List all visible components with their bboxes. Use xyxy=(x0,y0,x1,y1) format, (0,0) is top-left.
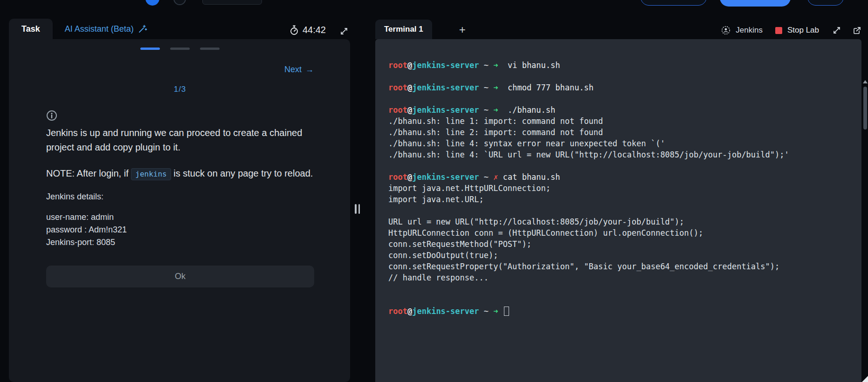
scrollbar-thumb[interactable] xyxy=(863,87,867,130)
page-indicator: 1/3 xyxy=(46,85,314,94)
magic-wand-icon xyxy=(138,24,147,34)
tab-ai-label: AI Assistant (Beta) xyxy=(65,24,134,34)
terminal-text: root xyxy=(388,61,407,70)
next-label: Next xyxy=(284,65,302,75)
terminal-text: ~ xyxy=(479,307,494,316)
terminal-line xyxy=(388,71,848,82)
header-search-input[interactable] xyxy=(202,0,262,5)
terminal-text: ~ xyxy=(479,83,494,92)
jenkins-username: user-name: admin xyxy=(46,211,314,224)
terminal-line: ./bhanu.sh: line 4: `URL url = new URL("… xyxy=(388,149,848,160)
terminal-text: cat bhanu.sh xyxy=(498,172,560,182)
terminal-line: root@jenkins-server ~ ✗ cat bhanu.sh xyxy=(388,171,848,183)
terminal-text: vi bhanu.sh xyxy=(498,61,560,70)
resize-grip[interactable] xyxy=(862,376,868,382)
note-code-chip: jenkins xyxy=(131,168,171,180)
terminal-text: ./bhanu.sh: line 4: `URL url = new URL("… xyxy=(388,150,789,159)
terminal-text: import java.net.URL; xyxy=(388,195,484,204)
open-in-new-icon xyxy=(853,26,861,35)
terminal-line: ./bhanu.sh: line 2: import: command not … xyxy=(388,127,848,138)
stop-lab-button[interactable]: Stop Lab xyxy=(787,26,819,35)
terminal-cursor xyxy=(504,307,509,316)
header-primary-button[interactable] xyxy=(720,0,791,7)
terminal-line: conn.setRequestMethod("POST"); xyxy=(388,239,848,250)
note-suffix: is stuck on any page try to reload. xyxy=(171,168,313,178)
task-panel: Next → 1/3 Jenkins is up and running we … xyxy=(9,39,350,382)
expand-icon xyxy=(340,27,348,35)
timer-value: 44:42 xyxy=(303,25,326,35)
terminal-line xyxy=(388,160,848,171)
panel-resize-handle[interactable] xyxy=(355,204,360,214)
jenkins-password: password : Adm!n321 xyxy=(46,224,314,236)
terminal-text: @ xyxy=(407,105,412,115)
header-outline-button-2[interactable] xyxy=(807,0,844,6)
terminal-text: URL url = new URL("http://localhost:8085… xyxy=(388,217,684,226)
terminal-line: HttpURLConnection conn = (HttpURLConnect… xyxy=(388,227,848,239)
terminal-line: root@jenkins-server ~ ➜ chmod 777 bhanu.… xyxy=(388,82,848,93)
jenkins-port: Jenkins-port: 8085 xyxy=(46,236,314,249)
terminal-panel[interactable]: root@jenkins-server ~ ➜ vi bhanu.sh root… xyxy=(375,39,861,382)
terminal-text: jenkins-server xyxy=(412,105,479,115)
scrollbar-up-arrow[interactable] xyxy=(863,80,868,83)
terminal-text: chmod 777 bhanu.sh xyxy=(498,83,593,92)
progress-segment[interactable] xyxy=(170,48,190,50)
terminal-header: Terminal 1 + Jenkins Stop Lab xyxy=(375,19,861,39)
terminal-text: ✗ xyxy=(493,172,498,182)
ok-button[interactable]: Ok xyxy=(46,266,314,287)
note-prefix: NOTE: After login, if xyxy=(46,168,131,178)
progress-segment[interactable] xyxy=(140,48,160,50)
jenkins-details-heading: Jenkins details: xyxy=(46,192,314,202)
terminal-line: ./bhanu.sh: line 4: syntax error near un… xyxy=(388,138,848,149)
terminal-text: ./bhanu.sh: line 1: import: command not … xyxy=(388,116,603,126)
terminal-text: root xyxy=(388,307,407,316)
terminal-text: @ xyxy=(407,61,412,70)
terminal-line: ./bhanu.sh: line 1: import: command not … xyxy=(388,116,848,127)
task-expand-button[interactable] xyxy=(340,27,348,39)
jenkins-credentials: user-name: admin password : Adm!n321 Jen… xyxy=(46,211,314,249)
page-scrollbar[interactable] xyxy=(862,39,868,382)
tab-terminal-1[interactable]: Terminal 1 xyxy=(375,20,432,39)
header-avatar-icon[interactable] xyxy=(145,0,159,6)
tab-task[interactable]: Task xyxy=(9,19,53,39)
terminal-text: import java.net.HttpURLConnection; xyxy=(388,184,551,193)
progress-dots xyxy=(46,48,314,50)
progress-segment[interactable] xyxy=(200,48,220,50)
next-button[interactable]: Next → xyxy=(284,65,314,75)
jenkins-service-label[interactable]: Jenkins xyxy=(736,26,763,35)
terminal-text: @ xyxy=(407,307,412,316)
terminal-text: ➜ xyxy=(493,83,498,92)
terminal-text: ~ xyxy=(479,105,494,115)
terminal-text: ./bhanu.sh xyxy=(498,105,555,115)
terminal-text: ➜ xyxy=(493,61,498,70)
terminal-line: import java.net.HttpURLConnection; xyxy=(388,183,848,194)
terminal-line xyxy=(388,294,848,306)
terminal-text: ./bhanu.sh: line 4: syntax error near un… xyxy=(388,139,665,148)
terminal-line: root@jenkins-server ~ ➜ xyxy=(388,306,848,317)
task-panel-header: Task AI Assistant (Beta) 44:42 xyxy=(9,19,350,39)
header-status-icon[interactable] xyxy=(173,0,186,5)
terminal-line: root@jenkins-server ~ ➜ ./bhanu.sh xyxy=(388,104,848,116)
terminal-text: HttpURLConnection conn = (HttpURLConnect… xyxy=(388,228,703,238)
add-terminal-button[interactable]: + xyxy=(459,24,466,39)
terminal-line: // handle response... xyxy=(388,272,848,283)
jenkins-service-button[interactable] xyxy=(721,26,730,35)
terminal-expand-button[interactable] xyxy=(833,26,841,34)
info-icon xyxy=(46,110,314,121)
terminal-text: root xyxy=(388,172,407,182)
terminal-text: conn.setRequestMethod("POST"); xyxy=(388,239,531,249)
terminal-line: URL url = new URL("http://localhost:8085… xyxy=(388,216,848,227)
terminal-text: ~ xyxy=(479,172,494,182)
terminal-text xyxy=(498,307,503,316)
terminal-text: ➜ xyxy=(493,307,498,316)
terminal-line xyxy=(388,93,848,104)
task-note: NOTE: After login, if jenkins is stuck o… xyxy=(46,166,314,182)
header-outline-button-1[interactable] xyxy=(641,0,707,6)
top-bar xyxy=(0,0,868,7)
terminal-text: // handle response... xyxy=(388,273,489,282)
terminal-line: root@jenkins-server ~ ➜ vi bhanu.sh xyxy=(388,60,848,71)
tab-ai-assistant[interactable]: AI Assistant (Beta) xyxy=(53,19,154,39)
jenkins-icon xyxy=(721,26,730,35)
open-in-new-button[interactable] xyxy=(853,26,861,35)
terminal-text: @ xyxy=(407,172,412,182)
terminal-text: jenkins-server xyxy=(412,83,479,92)
